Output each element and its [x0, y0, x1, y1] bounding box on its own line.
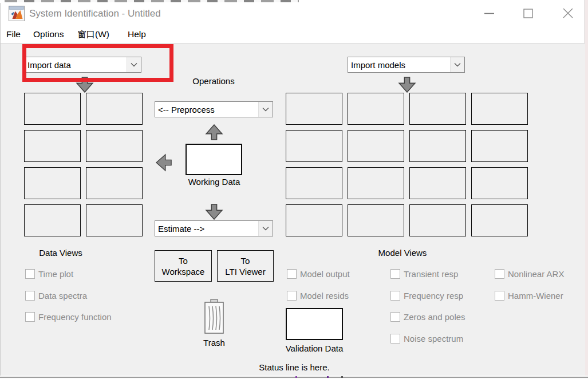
titlebar[interactable]: System Identification - Untitled [1, 3, 585, 25]
to-workspace-line1: To [179, 255, 188, 266]
checkbox-row-frequency-function[interactable]: Frequency function [25, 311, 112, 322]
background-window-fragment [5, 0, 299, 2]
checkbox-row-noise-spectrum[interactable]: Noise spectrum [390, 333, 463, 344]
trash-label: Trash [180, 338, 248, 348]
checkbox-row-nonlinear-arx[interactable]: Nonlinear ARX [495, 269, 564, 279]
model-views-title: Model Views [368, 248, 437, 258]
background-window-fragment [327, 376, 329, 378]
checkbox[interactable] [25, 269, 35, 279]
model-board-cell[interactable] [409, 93, 466, 125]
to-workspace-line2: Workspace [162, 266, 205, 277]
checkbox-row-hamm-wiener[interactable]: Hamm-Wiener [495, 290, 563, 301]
model-board-cell[interactable] [286, 204, 342, 236]
data-board-cell[interactable] [24, 204, 81, 236]
down-arrow-icon [204, 204, 224, 220]
checkbox[interactable] [495, 269, 504, 279]
model-board-cell[interactable] [471, 204, 528, 236]
data-views-title: Data Views [26, 248, 95, 258]
highlight-rectangle [22, 44, 173, 82]
model-board-cell[interactable] [348, 167, 404, 199]
model-board-cell[interactable] [409, 167, 466, 199]
checkbox[interactable] [287, 269, 297, 279]
checkbox-row-zeros-and-poles[interactable]: Zeros and poles [390, 311, 465, 322]
working-data-box[interactable] [186, 144, 242, 175]
up-arrow-icon [204, 124, 224, 140]
checkbox-row-model-output[interactable]: Model output [287, 269, 350, 279]
checkbox[interactable] [495, 291, 504, 301]
right-arrow-icon [156, 153, 172, 172]
data-board-cell[interactable] [86, 167, 143, 199]
checkbox-label: Transient resp [404, 269, 458, 279]
checkbox-row-model-resids[interactable]: Model resids [287, 290, 349, 301]
checkbox[interactable] [25, 291, 35, 301]
checkbox-label: Zeros and poles [404, 312, 465, 322]
minimize-button[interactable] [476, 3, 502, 23]
checkbox-row-data-spectra[interactable]: Data spectra [25, 290, 87, 301]
checkbox-row-frequency-resp[interactable]: Frequency resp [390, 290, 463, 301]
model-board-cell[interactable] [286, 167, 342, 199]
checkbox-label: Model output [300, 269, 350, 279]
data-board-cell[interactable] [24, 167, 81, 199]
data-board-cell[interactable] [86, 130, 143, 162]
model-board-cell[interactable] [348, 130, 404, 162]
model-board-cell[interactable] [471, 93, 528, 125]
estimate-value: Estimate --> [155, 224, 258, 234]
background-window-fragment [0, 377, 588, 378]
maximize-button[interactable] [515, 3, 541, 23]
model-board [286, 93, 528, 236]
checkbox-row-time-plot[interactable]: Time plot [25, 269, 73, 279]
menu-options[interactable]: Options [33, 25, 64, 43]
checkbox[interactable] [287, 291, 297, 301]
chevron-down-icon[interactable] [450, 57, 464, 72]
import-models-dropdown[interactable]: Import models [348, 57, 465, 73]
menu-window[interactable]: 窗口(W) [77, 25, 109, 43]
status-line: Status line is here. [237, 362, 352, 372]
model-board-cell[interactable] [409, 130, 466, 162]
model-board-cell[interactable] [348, 93, 404, 125]
maximize-icon [523, 9, 533, 18]
chevron-down-icon[interactable] [258, 102, 273, 117]
model-board-cell[interactable] [348, 204, 404, 236]
to-lti-viewer-button[interactable]: To LTI Viewer [217, 250, 274, 282]
checkbox-label: Noise spectrum [404, 334, 463, 344]
checkbox[interactable] [390, 334, 400, 344]
chevron-down-icon[interactable] [258, 221, 273, 236]
to-lti-line2: LTI Viewer [225, 266, 265, 277]
checkbox[interactable] [390, 291, 400, 301]
preprocess-value: <-- Preprocess [155, 105, 258, 115]
checkbox[interactable] [390, 312, 400, 322]
checkbox-label: Data spectra [38, 291, 87, 301]
data-board-cell[interactable] [86, 93, 143, 125]
checkbox-label: Time plot [38, 269, 73, 279]
to-workspace-button[interactable]: To Workspace [155, 250, 212, 282]
data-board-cell[interactable] [24, 93, 81, 125]
system-identification-window: System Identification - Untitled File Op… [0, 3, 585, 376]
checkbox-row-transient-resp[interactable]: Transient resp [390, 269, 458, 279]
down-arrow-icon [397, 77, 417, 93]
model-board-cell[interactable] [286, 130, 342, 162]
data-board-cell[interactable] [86, 204, 143, 236]
trash-icon[interactable] [202, 299, 226, 335]
checkbox-label: Nonlinear ARX [508, 269, 564, 279]
checkbox-label: Hamm-Wiener [508, 291, 563, 301]
checkbox[interactable] [390, 269, 400, 279]
model-board-cell[interactable] [286, 93, 342, 125]
checkbox[interactable] [25, 312, 35, 322]
validation-data-box[interactable] [286, 308, 343, 340]
close-button[interactable] [555, 3, 581, 23]
import-models-value: Import models [348, 60, 450, 70]
matlab-icon [9, 6, 25, 21]
menu-file[interactable]: File [6, 25, 21, 43]
estimate-dropdown[interactable]: Estimate --> [155, 220, 273, 236]
model-board-cell[interactable] [471, 167, 528, 199]
preprocess-dropdown[interactable]: <-- Preprocess [155, 101, 273, 117]
checkbox-label: Frequency function [38, 312, 112, 322]
client-area: Import data Import models <-- Preprocess… [1, 43, 585, 376]
checkbox-label: Model resids [300, 291, 349, 301]
menu-help[interactable]: Help [128, 25, 146, 43]
data-board-cell[interactable] [24, 130, 81, 162]
model-board-cell[interactable] [471, 130, 528, 162]
validation-data-label: Validation Data [280, 344, 349, 353]
model-board-cell[interactable] [409, 204, 466, 236]
to-lti-line1: To [241, 255, 250, 266]
